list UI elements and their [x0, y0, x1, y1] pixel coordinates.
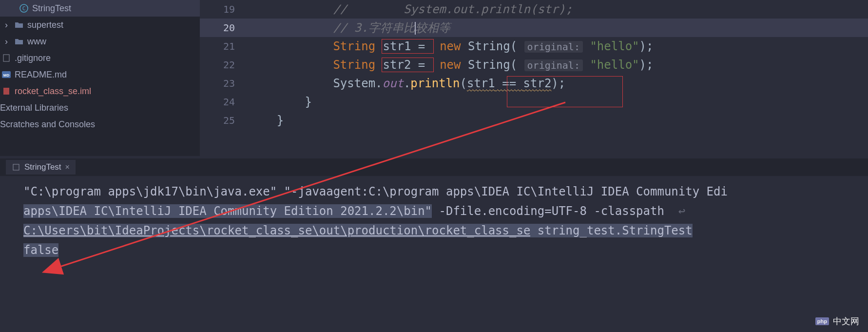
line-number: 22: [200, 56, 249, 74]
console-line-command: apps\IDEA IC\IntelliJ IDEA Community Edi…: [23, 201, 868, 221]
iml-icon: [2, 87, 11, 96]
param-hint: original:: [524, 41, 583, 53]
line-number: 25: [200, 111, 249, 130]
run-tab-stringtest[interactable]: StringTest ×: [6, 160, 76, 175]
line-number: 23: [200, 74, 249, 93]
comment: // 3.字符串比较相等: [333, 21, 450, 35]
console-line-output: false: [23, 240, 868, 260]
code-line-25: 25 }: [200, 111, 868, 130]
line-number: 19: [200, 0, 249, 19]
console-line-command: C:\Users\bit\IdeaProjects\rocket_class_s…: [23, 221, 868, 240]
tree-item-label: supertest: [27, 20, 63, 30]
tree-item-label: .gitignore: [15, 53, 51, 63]
tree-item-label: Scratches and Consoles: [0, 119, 95, 130]
tree-item-label: StringTest: [32, 3, 71, 14]
tree-file-iml[interactable]: rocket_class_se.iml: [0, 83, 200, 99]
soft-wrap-glyph-icon: ↩: [678, 204, 685, 218]
run-tab-label: StringTest: [24, 162, 61, 172]
highlight-box-str1: str1 =: [382, 39, 434, 54]
svg-rect-2: [3, 55, 9, 61]
code-editor[interactable]: 19 // System.out.println(str); 20 // 3.字…: [200, 0, 868, 156]
tree-item-label: www: [27, 37, 46, 47]
svg-rect-6: [13, 164, 19, 170]
line-number: 20: [200, 19, 249, 37]
console-output[interactable]: "C:\program apps\jdk17\bin\java.exe" "-j…: [0, 176, 868, 332]
tree-folder-supertest[interactable]: › supertest: [0, 17, 200, 33]
param-hint: original:: [524, 59, 583, 71]
svg-rect-5: [3, 88, 9, 95]
file-icon: [2, 54, 11, 62]
chevron-right-icon: ›: [2, 20, 11, 29]
code-line-21: 21 String str1 = new String( original: "…: [200, 37, 868, 56]
tree-item-label: rocket_class_se.iml: [15, 86, 91, 97]
markdown-icon: MD: [2, 70, 11, 79]
text-caret: [415, 22, 416, 35]
folder-icon: [15, 20, 23, 29]
code-line-20: 20 // 3.字符串比较相等: [200, 19, 868, 37]
code-line-19: 19 // System.out.println(str);: [200, 0, 868, 19]
line-number: 21: [200, 37, 249, 56]
code-line-23: 23 System.out.println(str1 == str2);: [200, 74, 868, 93]
warning-expression: str1 == str2: [467, 77, 551, 90]
folder-icon: [15, 37, 23, 46]
tree-item-label: External Libraries: [0, 103, 68, 113]
watermark-phpcn: php 中文网: [815, 315, 859, 327]
tree-scratches[interactable]: Scratches and Consoles: [0, 116, 200, 133]
code-line-22: 22 String str2 = new String( original: "…: [200, 56, 868, 74]
php-logo-icon: php: [815, 317, 829, 325]
tree-class-stringtest[interactable]: C StringTest: [0, 0, 200, 17]
project-tree: C StringTest › supertest › www .gitignor…: [0, 0, 200, 156]
chevron-right-icon: ›: [2, 37, 11, 46]
close-icon[interactable]: ×: [65, 163, 70, 172]
comment: // System.out.println(str);: [333, 2, 572, 16]
run-config-icon: [12, 163, 20, 172]
svg-text:MD: MD: [3, 73, 10, 78]
highlight-box-str2: str2 =: [382, 58, 434, 72]
run-tab-bar: StringTest ×: [0, 158, 868, 176]
line-number: 24: [200, 93, 249, 111]
svg-text:C: C: [22, 5, 26, 12]
code-line-24: 24 }: [200, 93, 868, 111]
console-line-command: "C:\program apps\jdk17\bin\java.exe" "-j…: [23, 182, 868, 201]
class-icon: C: [19, 4, 28, 13]
tree-file-readme[interactable]: MD README.md: [0, 66, 200, 83]
tree-external-libraries[interactable]: External Libraries: [0, 99, 200, 116]
tree-folder-www[interactable]: › www: [0, 33, 200, 50]
tree-file-gitignore[interactable]: .gitignore: [0, 50, 200, 66]
tree-item-label: README.md: [15, 70, 67, 80]
